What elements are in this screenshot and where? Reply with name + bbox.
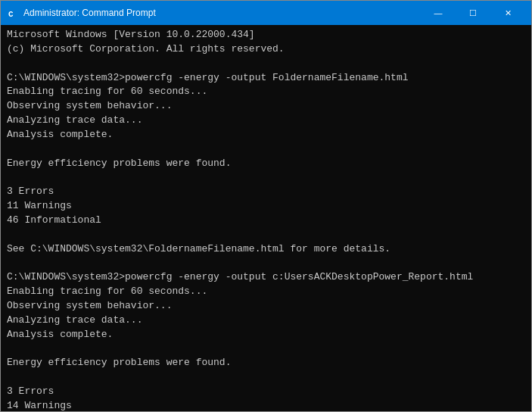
console-line (7, 370, 525, 385)
console-line (7, 142, 525, 157)
console-line: Observing system behavior... (7, 299, 525, 314)
console-line: Energy efficiency problems were found. (7, 356, 525, 370)
svg-text:C: C (8, 10, 14, 19)
title-controls: — ☐ ✕ (421, 1, 525, 25)
console-line (7, 57, 525, 71)
console-body[interactable]: Microsoft Windows [Version 10.0.22000.43… (1, 25, 531, 411)
console-line: 14 Warnings (7, 399, 525, 411)
console-line: Observing system behavior... (7, 99, 525, 114)
title-bar: C Administrator: Command Prompt — ☐ ✕ (1, 1, 531, 25)
console-line (7, 170, 525, 185)
console-line: Analyzing trace data... (7, 314, 525, 328)
console-line: Analysis complete. (7, 128, 525, 142)
console-line: 3 Errors (7, 185, 525, 199)
console-line: 46 Informational (7, 214, 525, 228)
console-line: 3 Errors (7, 385, 525, 399)
console-line: C:\WINDOWS\system32>powercfg -energy -ou… (7, 270, 525, 285)
console-line: See C:\WINDOWS\system32\FoldernameFilena… (7, 242, 525, 257)
console-line: Energy efficiency problems were found. (7, 157, 525, 171)
console-line (7, 228, 525, 242)
console-line: Enabling tracing for 60 seconds... (7, 285, 525, 299)
close-button[interactable]: ✕ (490, 1, 525, 25)
console-line: (c) Microsoft Corporation. All rights re… (7, 42, 525, 57)
console-line: Enabling tracing for 60 seconds... (7, 85, 525, 99)
console-line: Analysis complete. (7, 328, 525, 342)
cmd-window: C Administrator: Command Prompt — ☐ ✕ Mi… (0, 0, 532, 412)
console-line: 11 Warnings (7, 199, 525, 214)
console-line (7, 257, 525, 271)
maximize-button[interactable]: ☐ (456, 1, 490, 25)
title-bar-left: C Administrator: Command Prompt (7, 7, 156, 19)
console-line: Analyzing trace data... (7, 114, 525, 128)
console-line: Microsoft Windows [Version 10.0.22000.43… (7, 28, 525, 42)
console-line (7, 342, 525, 357)
minimize-button[interactable]: — (421, 1, 456, 25)
console-line: C:\WINDOWS\system32>powercfg -energy -ou… (7, 71, 525, 86)
cmd-icon: C (7, 7, 19, 19)
window-title: Administrator: Command Prompt (23, 8, 156, 18)
